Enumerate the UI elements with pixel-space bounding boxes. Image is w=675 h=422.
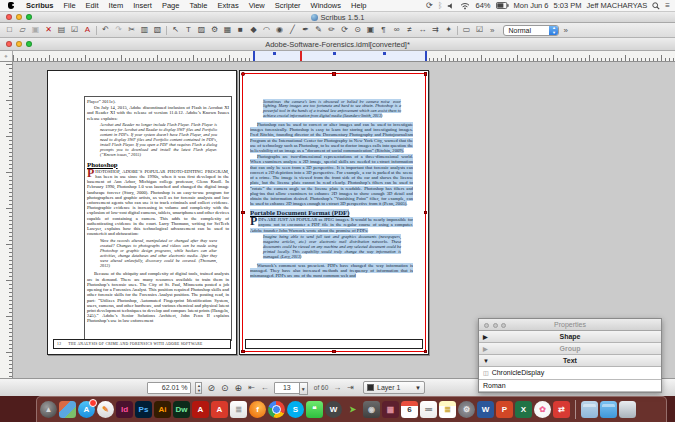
acrobat-icon[interactable]: A [192,401,209,418]
vertical-ruler[interactable] [0,62,13,378]
horizontal-ruler[interactable]: ⌖ [0,51,675,62]
tab-stop-marker[interactable] [273,52,276,55]
insert-text-frame-icon[interactable]: T [182,23,195,37]
zoom-100-button[interactable]: ⊙ [220,383,230,393]
pdf-checkbox-icon[interactable]: ☑ [473,23,486,37]
save-icon[interactable]: ▣ [29,23,42,37]
section-text[interactable]: ▼ Text [479,355,661,367]
eye-dropper-icon[interactable]: ✦ [442,23,455,37]
pdf-push-button-icon[interactable]: ▭ [460,23,473,37]
resize-handle[interactable] [424,350,428,354]
document-window-titlebar[interactable]: Adobe-Software-Forensics.idml[converted]… [0,38,675,51]
messages-icon[interactable]: ❝ [306,401,323,418]
zoom-window-button[interactable] [26,14,32,20]
previous-page-button[interactable]: ← [260,383,270,392]
ruler-origin-box[interactable]: ⌖ [0,51,13,61]
page-12[interactable]: Player” 2011c). On July 14, 2015, Adobe … [47,70,237,355]
insert-polygon-icon[interactable]: ◆ [247,23,260,37]
textedit-icon[interactable]: ≣ [230,401,247,418]
resize-handle[interactable] [241,72,245,76]
indesign-icon[interactable]: Id [116,401,133,418]
scribus-window-titlebar[interactable]: Scribus 1.5.1 [0,12,675,23]
zoom-stepper[interactable]: ▲▼ [195,382,202,394]
open-document-icon[interactable]: ▱ [16,23,29,37]
preview-mode-select[interactable]: Normal ▲▼ [503,25,559,36]
page-13[interactable]: Sometimes, the camera’s lens is obscured… [239,70,429,355]
documents-folder-icon[interactable] [581,401,598,418]
insert-table-icon[interactable]: ▦ [221,23,234,37]
downloads-folder-icon[interactable] [600,401,617,418]
excel-icon[interactable]: X [515,401,532,418]
insert-spiral-icon[interactable]: ◉ [273,23,286,37]
undo-icon[interactable]: ↶ [99,23,112,37]
new-document-icon[interactable]: □ [3,23,16,37]
menu-bar-date[interactable]: Mon Jun 6 [514,1,549,10]
story-editor-icon[interactable]: ¶ [377,23,390,37]
bluetooth-icon[interactable]: ᛒ [438,0,443,12]
redo-icon[interactable]: ↷ [112,23,125,37]
photoshop-icon[interactable]: Ps [135,401,152,418]
zoom-icon[interactable]: ⊙ [351,23,364,37]
word-icon[interactable]: W [477,401,494,418]
palette-zoom-button[interactable] [501,323,506,328]
next-page-button[interactable]: → [332,383,342,392]
edit-contents-icon[interactable]: ▣ [364,23,377,37]
layer-dropdown-arrow-icon[interactable]: ▼ [415,385,421,391]
photo-booth-icon[interactable]: ◉ [363,401,380,418]
zoom-out-button[interactable]: ⊘ [206,383,216,393]
unlink-text-frames-icon[interactable]: ≠ [403,23,416,37]
wifi-icon[interactable] [460,2,470,10]
layer-select[interactable]: Layer 1 ▼ [363,381,425,394]
toolbar-overflow-chevron-2[interactable]: » [559,26,571,35]
properties-palette-titlebar[interactable]: Properties [479,319,661,331]
resize-handle[interactable] [241,211,245,215]
link-text-frames-icon[interactable]: ∞ [390,23,403,37]
resize-handle[interactable] [332,72,336,76]
close-window-button[interactable] [6,14,12,20]
selected-text-frame[interactable]: Sometimes, the camera’s lens is obscured… [242,73,426,352]
expanded-arrow-icon[interactable]: ▼ [483,355,489,367]
zoom-in-button[interactable]: ⊕ [234,383,244,393]
insert-line-icon[interactable]: ╱ [286,23,299,37]
notification-center-icon[interactable]: ≡ [665,0,670,12]
resize-handle[interactable] [424,72,428,76]
insert-image-frame-icon[interactable]: ▨ [195,23,208,37]
volume-icon[interactable] [447,2,455,10]
select-stepper-icon[interactable]: ▲▼ [549,26,558,35]
close-icon[interactable]: ✕ [42,23,55,37]
spotlight-search-icon[interactable] [652,2,660,10]
font-family-select[interactable]: ◫ ChronicleDisplay [479,367,661,380]
cut-icon[interactable]: ✂ [125,23,138,37]
properties-palette[interactable]: Properties ▶ Shape ▶ Group ▼ Text ◫ Chro… [478,318,662,393]
collapsed-arrow-icon[interactable]: ▶ [483,331,488,343]
insert-render-frame-icon[interactable]: ⚙ [208,23,221,37]
first-page-button[interactable]: ⇤ [247,383,256,392]
insert-calligraphic-icon[interactable]: ✏ [325,23,338,37]
toolbar-overflow-chevron[interactable]: » [486,26,498,35]
save-as-pdf-icon[interactable]: A [81,23,94,37]
rotate-item-icon[interactable]: ⟳ [338,23,351,37]
reminders-icon[interactable]: ≔ [420,401,437,418]
paper-plane-icon[interactable]: ➤ [344,401,361,418]
wordpress-icon[interactable]: W [325,401,342,418]
resize-handle[interactable] [424,211,428,215]
print-icon[interactable]: ▤ [55,23,68,37]
paste-icon[interactable]: ▧ [151,23,164,37]
tab-stop-marker[interactable] [333,52,336,55]
powerpoint-icon[interactable]: P [496,401,513,418]
firefox-icon[interactable]: f [249,401,266,418]
doc-zoom-button[interactable] [26,41,32,47]
palette-minimize-button[interactable] [493,323,498,328]
trash-icon[interactable] [619,401,636,418]
mirroring-icon[interactable]: ⇄ [553,401,570,418]
pages-icon[interactable]: ✎ [97,401,114,418]
select-item-icon[interactable]: ↖ [169,23,182,37]
insert-arc-icon[interactable]: ◠ [260,23,273,37]
notes-icon[interactable]: ≣ [439,401,456,418]
apple-menu-icon[interactable] [8,2,14,9]
current-page-field[interactable]: 13 ▼ [274,382,300,394]
launchpad-icon[interactable]: ▲ [40,401,57,418]
mission-control-icon[interactable] [59,401,76,418]
section-shape[interactable]: ▶ Shape [479,331,661,343]
doc-close-button[interactable] [6,41,12,47]
